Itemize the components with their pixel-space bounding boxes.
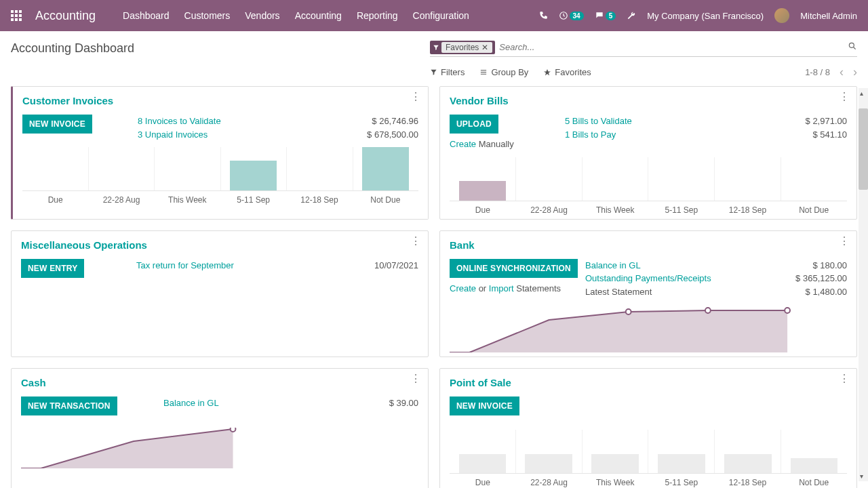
- card-misc-operations: ⋮ Miscellaneous Operations NEW ENTRY Tax…: [11, 230, 429, 358]
- invoices-to-validate-link[interactable]: 8 Invoices to Validate: [138, 115, 344, 128]
- svg-point-7: [231, 428, 236, 432]
- pager-next[interactable]: ›: [853, 65, 857, 79]
- new-invoice-button[interactable]: NEW INVOICE: [450, 396, 519, 415]
- balance-gl-link[interactable]: Balance in GL: [163, 396, 344, 410]
- amount: $ 1,480.00: [772, 285, 847, 299]
- groupby-button[interactable]: Group By: [479, 67, 528, 77]
- pos-chart: [450, 430, 847, 474]
- favorites-button[interactable]: Favorites: [543, 67, 591, 77]
- company-switcher[interactable]: My Company (San Francisco): [647, 11, 764, 21]
- page-title: Accounting Dashboard: [11, 41, 134, 56]
- star-icon: [543, 68, 551, 77]
- x-axis: Due22-28 AugThis Week5-11 Sep12-18 SepNo…: [450, 478, 847, 487]
- card-title[interactable]: Cash: [21, 377, 46, 388]
- kebab-icon[interactable]: ⋮: [410, 94, 421, 100]
- search-bar[interactable]: Favorites✕: [430, 39, 857, 57]
- list-icon: [479, 68, 488, 76]
- card-title[interactable]: Bank: [450, 239, 475, 251]
- main-nav: Dashboard Customers Vendors Accounting R…: [123, 10, 469, 21]
- user-name[interactable]: Mitchell Admin: [800, 11, 857, 21]
- avatar[interactable]: [774, 8, 789, 23]
- scrollbar[interactable]: ▴ ▾: [859, 88, 868, 481]
- filters-button[interactable]: Filters: [430, 67, 465, 77]
- card-point-of-sale: ⋮ Point of Sale NEW INVOICE Due22-28 Aug…: [439, 368, 857, 488]
- nav-dashboard[interactable]: Dashboard: [123, 10, 170, 21]
- scroll-up-icon[interactable]: ▴: [860, 89, 863, 97]
- x-axis: Due22-28 AugThis Week5-11 Sep12-18 SepNo…: [450, 205, 847, 215]
- messages-count: 5: [606, 12, 616, 20]
- amount: $ 678,500.00: [344, 128, 418, 142]
- online-sync-button[interactable]: ONLINE SYNCHRONIZATION: [450, 259, 578, 278]
- svg-point-3: [626, 309, 631, 314]
- new-entry-button[interactable]: NEW ENTRY: [21, 259, 84, 278]
- bank-chart: [450, 305, 847, 352]
- pager-text: 1-8 / 8: [805, 67, 830, 77]
- card-title[interactable]: Vendor Bills: [450, 95, 509, 106]
- card-bank: ⋮ Bank ONLINE SYNCHRONIZATION Create or …: [439, 230, 857, 358]
- filter-tag-label: Favorites: [446, 43, 479, 52]
- amount: $ 541.10: [772, 128, 847, 142]
- scroll-thumb[interactable]: [859, 108, 868, 190]
- bills-to-pay-link[interactable]: 1 Bills to Pay: [565, 128, 772, 142]
- svg-point-5: [785, 308, 790, 313]
- chat-icon: [595, 11, 604, 20]
- outstanding-link[interactable]: Outstanding Payments/Receipts: [585, 272, 772, 285]
- new-transaction-button[interactable]: NEW TRANSACTION: [21, 396, 117, 415]
- phone-icon[interactable]: [538, 11, 548, 20]
- card-title[interactable]: Customer Invoices: [22, 95, 113, 106]
- kebab-icon[interactable]: ⋮: [839, 238, 850, 245]
- amount: $ 180.00: [772, 259, 847, 272]
- nav-configuration[interactable]: Configuration: [413, 10, 469, 21]
- card-cash: ⋮ Cash NEW TRANSACTION Balance in GL $ 3…: [11, 368, 429, 488]
- card-title[interactable]: Point of Sale: [450, 377, 511, 388]
- app-brand[interactable]: Accounting: [35, 9, 96, 23]
- nav-vendors[interactable]: Vendors: [245, 10, 279, 21]
- scroll-down-icon[interactable]: ▾: [860, 472, 863, 480]
- card-vendor-bills: ⋮ Vendor Bills UPLOAD Create Manually 5 …: [439, 86, 857, 220]
- funnel-icon: [433, 44, 439, 51]
- amount: $ 365,125.00: [772, 272, 847, 285]
- search-icon[interactable]: [848, 41, 857, 53]
- funnel-icon: [430, 68, 437, 76]
- tax-return-link[interactable]: Tax return for September: [136, 259, 344, 272]
- clock-icon: [559, 11, 568, 20]
- pager-prev[interactable]: ‹: [840, 65, 844, 79]
- remove-tag-icon[interactable]: ✕: [481, 43, 488, 52]
- new-invoice-button[interactable]: NEW INVOICE: [22, 115, 92, 134]
- activity-count: 34: [570, 12, 584, 20]
- amount: $ 39.00: [344, 396, 418, 410]
- filter-tag[interactable]: Favorites✕: [430, 41, 495, 54]
- date: 10/07/2021: [344, 259, 418, 272]
- messages-button[interactable]: 5: [595, 11, 616, 20]
- kebab-icon[interactable]: ⋮: [839, 375, 850, 382]
- kebab-icon[interactable]: ⋮: [839, 94, 850, 100]
- bills-to-validate-link[interactable]: 5 Bills to Validate: [565, 115, 772, 128]
- apps-icon[interactable]: [11, 10, 22, 21]
- import-link[interactable]: Import: [489, 283, 514, 293]
- amount: $ 26,746.96: [344, 115, 418, 128]
- svg-marker-6: [21, 429, 233, 468]
- create-link[interactable]: Create: [450, 283, 476, 293]
- upload-button[interactable]: UPLOAD: [450, 115, 498, 134]
- amount: $ 2,971.00: [772, 115, 847, 128]
- activity-button[interactable]: 34: [559, 11, 584, 20]
- cash-chart: [21, 428, 418, 468]
- unpaid-invoices-link[interactable]: 3 Unpaid Invoices: [138, 128, 344, 142]
- svg-point-4: [705, 308, 711, 313]
- card-customer-invoices: ⋮ Customer Invoices NEW INVOICE 8 Invoic…: [11, 86, 429, 220]
- nav-customers[interactable]: Customers: [184, 10, 231, 21]
- svg-point-1: [849, 43, 854, 47]
- card-title[interactable]: Miscellaneous Operations: [21, 239, 147, 251]
- wrench-icon[interactable]: [627, 11, 636, 20]
- search-input[interactable]: [495, 39, 848, 55]
- svg-marker-2: [450, 310, 787, 352]
- ci-chart: [22, 148, 418, 191]
- latest-statement: Latest Statement: [585, 285, 772, 299]
- x-axis: Due22-28 AugThis Week5-11 Sep12-18 SepNo…: [22, 195, 418, 205]
- nav-accounting[interactable]: Accounting: [295, 10, 342, 21]
- nav-reporting[interactable]: Reporting: [357, 10, 398, 21]
- balance-gl-link[interactable]: Balance in GL: [585, 259, 772, 272]
- kebab-icon[interactable]: ⋮: [410, 238, 421, 245]
- kebab-icon[interactable]: ⋮: [410, 375, 421, 382]
- create-link[interactable]: Create: [450, 139, 476, 149]
